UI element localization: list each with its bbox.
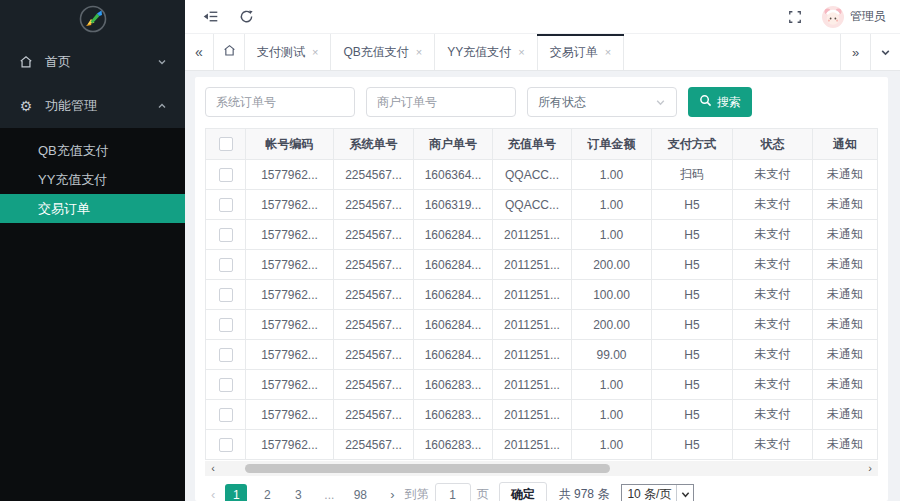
col-notify: 通知 xyxy=(813,129,878,160)
scroll-left-icon[interactable]: ‹ xyxy=(205,461,221,476)
tab-home[interactable] xyxy=(213,34,245,70)
page-word: 页 xyxy=(477,486,489,501)
orders-card: 所有状态 搜索 xyxy=(195,77,888,501)
system-order-input[interactable] xyxy=(205,87,355,117)
page-ellipsis: ... xyxy=(318,484,340,501)
tab-payment-test[interactable]: 支付测试 × xyxy=(245,34,331,70)
tabs-scroll-right-icon[interactable]: » xyxy=(840,34,870,70)
col-recharge-no: 充值单号 xyxy=(493,129,572,160)
notify-badge: 未通知 xyxy=(813,430,878,460)
pay-method: H5 xyxy=(652,370,733,400)
row-checkbox[interactable] xyxy=(219,408,233,422)
status-badge: 未支付 xyxy=(733,400,813,430)
table-row: 1577962... 2254567... 1606284... 2011251… xyxy=(206,310,878,340)
sidebar: 首页 ⚙ 功能管理 QB充值支付 YY充值支付 交易订单 xyxy=(0,0,185,501)
rocket-icon xyxy=(78,4,108,37)
chevron-up-icon xyxy=(157,101,167,111)
table-row: 1577962... 2254567... 1606284... 2011251… xyxy=(206,280,878,310)
gear-icon: ⚙ xyxy=(18,98,34,114)
page-3[interactable]: 3 xyxy=(287,484,309,501)
sidebar-item-qb-recharge[interactable]: QB充值支付 xyxy=(0,136,185,165)
col-system-no: 系统单号 xyxy=(334,129,414,160)
notify-badge: 未通知 xyxy=(813,220,878,250)
scroll-right-icon[interactable]: › xyxy=(862,461,878,476)
notify-badge: 未通知 xyxy=(813,310,878,340)
notify-badge: 未通知 xyxy=(813,250,878,280)
tabs-menu-icon[interactable] xyxy=(870,34,900,70)
row-checkbox[interactable] xyxy=(219,318,233,332)
sidebar-item-function-mgmt[interactable]: ⚙ 功能管理 xyxy=(0,84,185,128)
row-checkbox[interactable] xyxy=(219,258,233,272)
row-checkbox[interactable] xyxy=(219,348,233,362)
status-badge: 未支付 xyxy=(733,250,813,280)
row-checkbox[interactable] xyxy=(219,288,233,302)
col-account: 帐号编码 xyxy=(246,129,334,160)
pay-method: H5 xyxy=(652,280,733,310)
tab-qb-recharge[interactable]: QB充值支付 × xyxy=(331,34,435,70)
confirm-button[interactable]: 确定 xyxy=(499,482,547,501)
status-select[interactable]: 所有状态 xyxy=(527,87,677,117)
col-status: 状态 xyxy=(733,129,813,160)
tab-yy-recharge[interactable]: YY充值支付 × xyxy=(435,34,537,70)
status-badge: 未支付 xyxy=(733,220,813,250)
row-checkbox[interactable] xyxy=(219,378,233,392)
close-icon[interactable]: × xyxy=(312,46,318,58)
status-badge: 未支付 xyxy=(733,160,813,190)
sidebar-item-home[interactable]: 首页 xyxy=(0,40,185,84)
next-page-icon[interactable]: › xyxy=(390,487,394,501)
row-checkbox[interactable] xyxy=(219,198,233,212)
content-area: 所有状态 搜索 xyxy=(185,72,900,501)
row-checkbox[interactable] xyxy=(219,228,233,242)
notify-badge: 未通知 xyxy=(813,400,878,430)
row-checkbox[interactable] xyxy=(219,438,233,452)
status-badge: 未支付 xyxy=(733,370,813,400)
sidebar-item-trade-orders[interactable]: 交易订单 xyxy=(0,194,185,223)
filter-row: 所有状态 搜索 xyxy=(205,87,878,117)
total-count: 共 978 条 xyxy=(559,486,610,501)
pay-method: H5 xyxy=(652,310,733,340)
page-98[interactable]: 98 xyxy=(349,484,371,501)
fullscreen-icon[interactable] xyxy=(784,6,806,28)
prev-page-icon[interactable]: ‹ xyxy=(211,487,215,501)
table-row: 1577962... 2254567... 1606283... 2011251… xyxy=(206,430,878,460)
status-badge: 未支付 xyxy=(733,340,813,370)
page-2[interactable]: 2 xyxy=(256,484,278,501)
collapse-sidebar-icon[interactable] xyxy=(199,6,221,28)
page-size-select[interactable]: 10 条/页 xyxy=(621,484,694,501)
table-row: 1577962... 2254567... 1606284... 2011251… xyxy=(206,340,878,370)
close-icon[interactable]: × xyxy=(518,46,524,58)
topbar: 管理员 xyxy=(185,0,900,34)
table-row: 1577962... 2254567... 1606284... 2011251… xyxy=(206,250,878,280)
close-icon[interactable]: × xyxy=(605,46,611,58)
select-all-checkbox[interactable] xyxy=(219,137,233,151)
sidebar-item-yy-recharge[interactable]: YY充值支付 xyxy=(0,165,185,194)
search-button[interactable]: 搜索 xyxy=(688,87,752,117)
notify-badge: 未通知 xyxy=(813,370,878,400)
page-1[interactable]: 1 xyxy=(225,484,247,501)
goto-label: 到第 xyxy=(405,486,429,501)
close-icon[interactable]: × xyxy=(416,46,422,58)
table-row: 1577962... 2254567... 1606364... QQACC..… xyxy=(206,160,878,190)
tab-trade-orders[interactable]: 交易订单 × xyxy=(538,34,624,70)
chevron-down-icon xyxy=(655,97,666,108)
chevron-down-icon xyxy=(157,57,167,67)
notify-badge: 未通知 xyxy=(813,280,878,310)
table-row: 1577962... 2254567... 1606284... 2011251… xyxy=(206,220,878,250)
status-badge: 未支付 xyxy=(733,190,813,220)
tabbar: « 支付测试 × QB充值支付 × YY充值支付 × 交易订单 × » xyxy=(185,34,900,71)
search-icon xyxy=(699,94,712,110)
scrollbar-thumb[interactable] xyxy=(245,464,610,473)
row-checkbox[interactable] xyxy=(219,168,233,182)
sidebar-submenu: QB充值支付 YY充值支付 交易订单 xyxy=(0,128,185,223)
username-label[interactable]: 管理员 xyxy=(850,8,886,25)
pagination: ‹ 1 2 3 ... 98 › 到第 页 确定 共 978 条 10 条/页 xyxy=(205,476,878,501)
merchant-order-input[interactable] xyxy=(366,87,516,117)
goto-page-input[interactable] xyxy=(435,483,471,501)
refresh-icon[interactable] xyxy=(235,6,257,28)
notify-badge: 未通知 xyxy=(813,160,878,190)
tabs-scroll-left-icon[interactable]: « xyxy=(185,34,213,70)
horizontal-scrollbar[interactable]: ‹ › xyxy=(205,461,878,476)
user-avatar[interactable] xyxy=(822,6,844,28)
pay-method: H5 xyxy=(652,250,733,280)
pay-method: H5 xyxy=(652,430,733,460)
